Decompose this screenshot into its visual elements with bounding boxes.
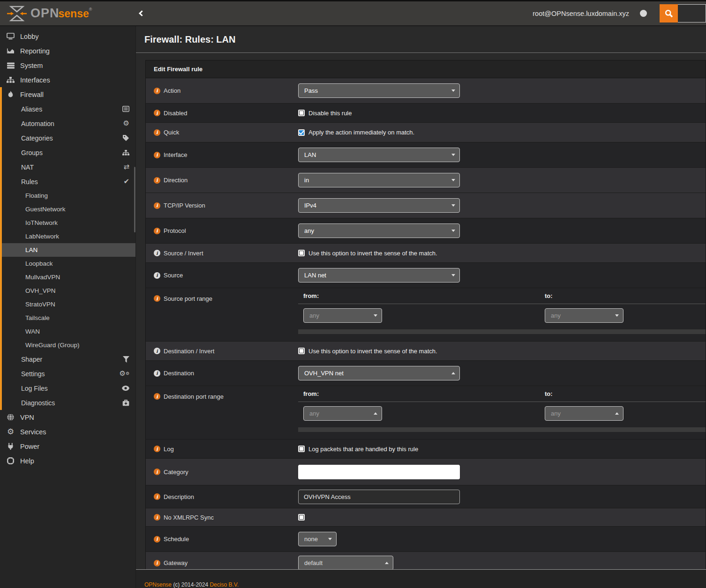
category-input[interactable] <box>298 465 460 479</box>
chevron-up-icon <box>615 412 619 415</box>
sidebar-item-lobby[interactable]: Lobby <box>0 29 135 44</box>
info-icon[interactable] <box>154 370 160 377</box>
eye-icon <box>122 386 129 391</box>
log-checkbox[interactable] <box>298 446 305 452</box>
sidebar-item-rules-lan[interactable]: LAN <box>2 243 135 257</box>
sidebar-item-categories[interactable]: Categories <box>2 131 135 145</box>
form-row-category: Category <box>146 459 706 485</box>
info-icon[interactable] <box>154 493 160 500</box>
info-icon[interactable] <box>154 469 160 475</box>
copyright-text: (c) 2014-2024 <box>173 581 208 588</box>
form-row-ipversion: TCP/IP Version IPv4 <box>146 193 706 218</box>
info-icon[interactable] <box>154 348 160 354</box>
sidebar-item-vpn[interactable]: VPN <box>0 410 135 424</box>
disabled-checkbox[interactable] <box>298 110 305 116</box>
sidebar-item-rules-wan[interactable]: WAN <box>2 325 135 338</box>
sidebar-collapse-button[interactable] <box>137 8 147 18</box>
logged-in-user-menu[interactable]: root@OPNsense.luxdomain.xyz <box>533 10 629 17</box>
info-icon[interactable] <box>154 152 160 158</box>
interface-select[interactable]: LAN <box>298 148 460 162</box>
direction-select[interactable]: in <box>298 173 460 187</box>
footer: OPNsense (c) 2014-2024 Deciso B.V. <box>136 569 706 588</box>
chevron-up-icon <box>385 562 389 564</box>
sidebar-item-system[interactable]: System <box>0 58 135 73</box>
action-select[interactable]: Pass <box>298 83 460 98</box>
schedule-select[interactable]: none <box>298 532 337 546</box>
info-icon[interactable] <box>154 272 160 279</box>
description-input[interactable] <box>298 490 460 504</box>
source-port-to-select[interactable]: any <box>545 308 623 323</box>
info-icon[interactable] <box>154 88 160 94</box>
sidebar-item-services[interactable]: ⚙ Services <box>0 424 135 439</box>
sidebar-item-rules-floating[interactable]: Floating <box>2 189 135 202</box>
top-bar: OPNsense® root@OPNsense.luxdomain.xyz <box>0 0 706 26</box>
search-button[interactable] <box>660 4 678 22</box>
sidebar-scrollbar[interactable] <box>134 167 135 232</box>
destination-invert-checkbox[interactable] <box>298 348 305 354</box>
opnsense-logo[interactable]: OPNsense® <box>0 5 130 22</box>
form-row-log: Log Log packets that are handled by this… <box>146 439 706 459</box>
sidebar-item-help[interactable]: Help <box>0 454 135 468</box>
sidebar: Lobby Reporting System Interfaces <box>0 26 136 588</box>
sidebar-item-rules-guestnetwork[interactable]: GuestNetwork <box>2 202 135 216</box>
sidebar-item-log-files[interactable]: Log Files <box>2 381 135 395</box>
sidebar-item-rules-mullvadvpn[interactable]: MullvadVPN <box>2 270 135 284</box>
protocol-select[interactable]: any <box>298 223 460 238</box>
info-icon[interactable] <box>154 560 160 566</box>
destination-port-from-select[interactable]: any <box>303 406 382 421</box>
plug-icon <box>6 443 15 450</box>
quick-checkbox[interactable] <box>298 129 305 136</box>
sidebar-item-power[interactable]: Power <box>0 439 135 454</box>
info-icon[interactable] <box>154 129 160 136</box>
sidebar-item-automation[interactable]: Automation ⚙ <box>2 116 135 131</box>
sidebar-item-settings[interactable]: Settings ⚙⚙ <box>2 366 135 381</box>
sidebar-item-shaper[interactable]: Shaper <box>2 352 135 366</box>
info-icon[interactable] <box>154 202 160 209</box>
chevron-down-icon <box>451 179 455 181</box>
info-icon[interactable] <box>154 250 160 256</box>
info-icon[interactable] <box>154 536 160 543</box>
horizontal-scrollbar[interactable] <box>298 329 706 334</box>
list-alt-icon <box>122 106 129 112</box>
no-xmlrpc-sync-checkbox[interactable] <box>298 514 305 521</box>
info-icon[interactable] <box>154 393 160 400</box>
sidebar-item-rules-stratovpn[interactable]: StratoVPN <box>2 298 135 311</box>
form-row-destination-port-range: Destination port range from: to: any <box>146 386 706 439</box>
info-icon[interactable] <box>154 228 160 234</box>
source-select[interactable]: LAN net <box>298 268 460 283</box>
sidebar-item-groups[interactable]: Groups <box>2 145 135 160</box>
gateway-select[interactable]: default <box>298 556 393 569</box>
horizontal-scrollbar[interactable] <box>298 427 706 432</box>
chevron-left-icon <box>139 10 145 16</box>
sidebar-item-rules-iotnetwork[interactable]: IoTNetwork <box>2 216 135 230</box>
info-icon[interactable] <box>154 177 160 184</box>
opnsense-footer-link[interactable]: OPNsense <box>144 581 172 588</box>
info-icon[interactable] <box>154 446 160 452</box>
server-icon <box>6 62 15 69</box>
source-port-from-select[interactable]: any <box>303 308 382 323</box>
sidebar-item-aliases[interactable]: Aliases <box>2 102 135 116</box>
sidebar-item-rules-labnetwork[interactable]: LabNetwork <box>2 230 135 243</box>
destination-port-to-select[interactable]: any <box>545 406 623 421</box>
sidebar-item-nat[interactable]: NAT ⇄ <box>2 160 135 174</box>
globe-icon <box>6 414 15 421</box>
sidebar-item-rules[interactable]: Rules ✔ <box>2 174 135 189</box>
info-icon[interactable] <box>154 295 160 302</box>
source-invert-checkbox[interactable] <box>298 250 305 256</box>
sidebar-item-rules-ovh-vpn[interactable]: OVH_VPN <box>2 284 135 298</box>
sidebar-item-reporting[interactable]: Reporting <box>0 44 135 58</box>
gears-icon: ⚙⚙ <box>119 370 129 377</box>
ipversion-select[interactable]: IPv4 <box>298 198 460 213</box>
search-input[interactable] <box>678 4 706 22</box>
sidebar-item-interfaces[interactable]: Interfaces <box>0 73 135 87</box>
sidebar-item-diagnostics[interactable]: Diagnostics <box>2 395 135 410</box>
info-icon[interactable] <box>154 514 160 521</box>
sidebar-item-rules-wireguard-group[interactable]: WireGuard (Group) <box>2 338 135 352</box>
deciso-footer-link[interactable]: Deciso B.V. <box>210 581 239 588</box>
info-icon[interactable] <box>154 110 160 116</box>
status-dot <box>640 10 647 17</box>
sidebar-item-rules-tailscale[interactable]: Tailscale <box>2 311 135 325</box>
sidebar-item-rules-loopback[interactable]: Loopback <box>2 257 135 270</box>
destination-select[interactable]: OVH_VPN net <box>298 366 460 380</box>
sidebar-item-firewall[interactable]: Firewall <box>2 87 135 102</box>
